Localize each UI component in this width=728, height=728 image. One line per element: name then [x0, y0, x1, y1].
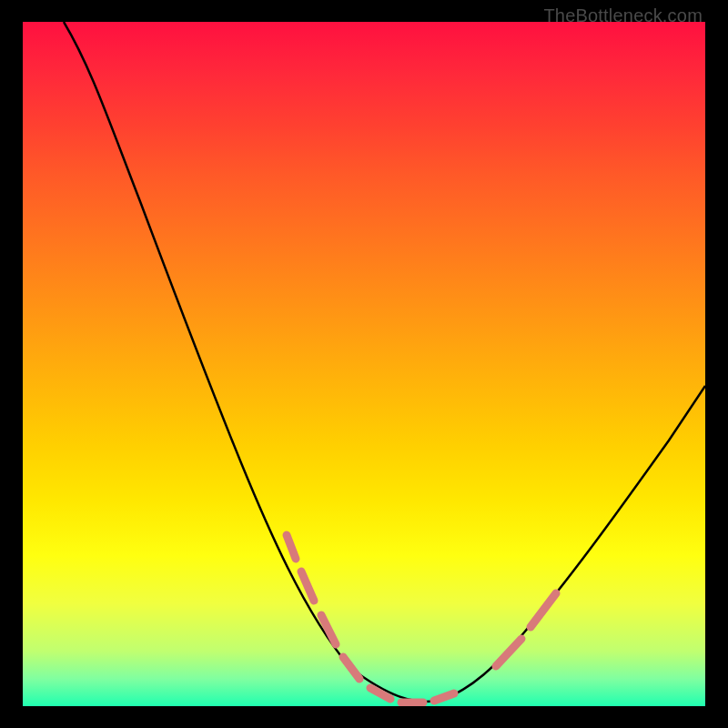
dash-5	[370, 688, 390, 699]
dash-7	[434, 693, 454, 701]
plot-area	[23, 22, 705, 706]
dash-4	[343, 657, 359, 679]
dash-9	[531, 593, 556, 627]
curves-svg	[23, 22, 705, 706]
chart-container: TheBottleneck.com	[0, 0, 728, 728]
dash-8	[496, 639, 521, 666]
dash-1	[287, 535, 296, 559]
main-curve	[64, 22, 705, 702]
highlight-dashes-group	[287, 535, 556, 703]
